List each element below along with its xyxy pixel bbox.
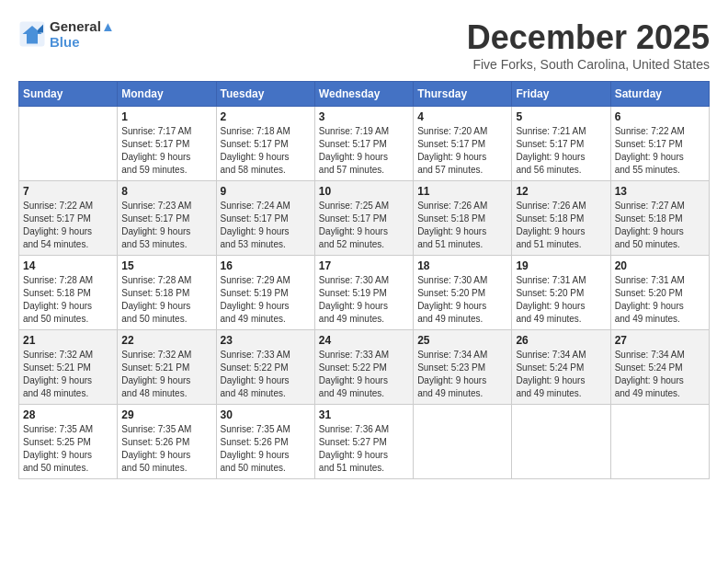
page-header: General▲ Blue December 2025 Five Forks, … [18,18,710,72]
weekday-header: Tuesday [216,82,314,107]
calendar-cell: 31Sunrise: 7:36 AM Sunset: 5:27 PM Dayli… [314,405,413,479]
calendar-cell: 8Sunrise: 7:23 AM Sunset: 5:17 PM Daylig… [118,181,216,256]
calendar-cell [414,405,512,479]
calendar-cell: 30Sunrise: 7:35 AM Sunset: 5:26 PM Dayli… [216,405,314,479]
day-info: Sunrise: 7:19 AM Sunset: 5:17 PM Dayligh… [319,125,409,177]
day-info: Sunrise: 7:21 AM Sunset: 5:17 PM Dayligh… [516,125,606,177]
day-number: 26 [516,334,606,347]
calendar-cell: 27Sunrise: 7:34 AM Sunset: 5:24 PM Dayli… [610,330,709,405]
calendar-cell: 23Sunrise: 7:33 AM Sunset: 5:22 PM Dayli… [216,330,314,405]
day-info: Sunrise: 7:32 AM Sunset: 5:21 PM Dayligh… [23,349,113,400]
day-info: Sunrise: 7:24 AM Sunset: 5:17 PM Dayligh… [221,200,311,251]
day-number: 29 [121,408,211,421]
day-info: Sunrise: 7:31 AM Sunset: 5:20 PM Dayligh… [516,274,606,326]
calendar-cell: 18Sunrise: 7:30 AM Sunset: 5:20 PM Dayli… [414,256,512,330]
calendar-cell: 21Sunrise: 7:32 AM Sunset: 5:21 PM Dayli… [19,330,118,405]
month-title: December 2025 [467,18,710,57]
day-info: Sunrise: 7:27 AM Sunset: 5:18 PM Dayligh… [615,200,705,251]
calendar-cell: 17Sunrise: 7:30 AM Sunset: 5:19 PM Dayli… [314,256,413,330]
calendar-cell: 25Sunrise: 7:34 AM Sunset: 5:23 PM Dayli… [414,330,512,405]
calendar-cell: 5Sunrise: 7:21 AM Sunset: 5:17 PM Daylig… [512,107,610,181]
day-number: 20 [615,259,705,272]
weekday-header: Sunday [19,82,118,107]
day-info: Sunrise: 7:29 AM Sunset: 5:19 PM Dayligh… [221,274,311,326]
calendar-cell: 9Sunrise: 7:24 AM Sunset: 5:17 PM Daylig… [216,181,314,256]
calendar-cell: 16Sunrise: 7:29 AM Sunset: 5:19 PM Dayli… [216,256,314,330]
day-number: 9 [221,185,311,198]
day-info: Sunrise: 7:17 AM Sunset: 5:17 PM Dayligh… [121,125,211,177]
day-info: Sunrise: 7:34 AM Sunset: 5:23 PM Dayligh… [417,349,507,400]
logo: General▲ Blue [18,18,115,50]
day-number: 31 [319,408,409,421]
calendar-cell: 3Sunrise: 7:19 AM Sunset: 5:17 PM Daylig… [314,107,413,181]
day-number: 15 [121,259,211,272]
day-number: 3 [319,110,409,123]
day-info: Sunrise: 7:35 AM Sunset: 5:26 PM Dayligh… [221,423,311,475]
day-number: 16 [221,259,311,272]
calendar-cell: 13Sunrise: 7:27 AM Sunset: 5:18 PM Dayli… [610,181,709,256]
day-number: 27 [615,334,705,347]
day-number: 22 [121,334,211,347]
calendar-cell: 29Sunrise: 7:35 AM Sunset: 5:26 PM Dayli… [118,405,216,479]
calendar-cell: 11Sunrise: 7:26 AM Sunset: 5:18 PM Dayli… [414,181,512,256]
day-number: 6 [615,110,705,123]
calendar-cell: 6Sunrise: 7:22 AM Sunset: 5:17 PM Daylig… [610,107,709,181]
day-number: 19 [516,259,606,272]
day-number: 12 [516,185,606,198]
calendar-cell: 22Sunrise: 7:32 AM Sunset: 5:21 PM Dayli… [118,330,216,405]
day-info: Sunrise: 7:25 AM Sunset: 5:17 PM Dayligh… [319,200,409,251]
logo-icon [18,20,46,48]
day-info: Sunrise: 7:31 AM Sunset: 5:20 PM Dayligh… [615,274,705,326]
calendar-cell: 1Sunrise: 7:17 AM Sunset: 5:17 PM Daylig… [118,107,216,181]
day-info: Sunrise: 7:26 AM Sunset: 5:18 PM Dayligh… [516,200,606,251]
day-info: Sunrise: 7:34 AM Sunset: 5:24 PM Dayligh… [615,349,705,400]
calendar-cell [19,107,118,181]
day-number: 7 [23,185,113,198]
calendar-cell: 20Sunrise: 7:31 AM Sunset: 5:20 PM Dayli… [610,256,709,330]
day-info: Sunrise: 7:26 AM Sunset: 5:18 PM Dayligh… [417,200,507,251]
day-number: 30 [221,408,311,421]
calendar-cell: 2Sunrise: 7:18 AM Sunset: 5:17 PM Daylig… [216,107,314,181]
day-info: Sunrise: 7:30 AM Sunset: 5:20 PM Dayligh… [417,274,507,326]
day-number: 18 [417,259,507,272]
calendar-cell [610,405,709,479]
day-number: 13 [615,185,705,198]
day-number: 8 [121,185,211,198]
day-number: 25 [417,334,507,347]
calendar-cell: 10Sunrise: 7:25 AM Sunset: 5:17 PM Dayli… [314,181,413,256]
weekday-header: Wednesday [314,82,413,107]
calendar-cell: 7Sunrise: 7:22 AM Sunset: 5:17 PM Daylig… [19,181,118,256]
calendar-table: SundayMondayTuesdayWednesdayThursdayFrid… [18,81,710,479]
day-info: Sunrise: 7:33 AM Sunset: 5:22 PM Dayligh… [221,349,311,400]
day-number: 5 [516,110,606,123]
day-number: 4 [417,110,507,123]
weekday-header: Saturday [610,82,709,107]
day-number: 11 [417,185,507,198]
day-info: Sunrise: 7:36 AM Sunset: 5:27 PM Dayligh… [319,423,409,475]
day-info: Sunrise: 7:22 AM Sunset: 5:17 PM Dayligh… [23,200,113,251]
day-number: 2 [221,110,311,123]
day-info: Sunrise: 7:34 AM Sunset: 5:24 PM Dayligh… [516,349,606,400]
day-number: 17 [319,259,409,272]
calendar-cell: 28Sunrise: 7:35 AM Sunset: 5:25 PM Dayli… [19,405,118,479]
day-info: Sunrise: 7:33 AM Sunset: 5:22 PM Dayligh… [319,349,409,400]
logo-text: General▲ Blue [50,18,115,50]
day-info: Sunrise: 7:32 AM Sunset: 5:21 PM Dayligh… [121,349,211,400]
day-info: Sunrise: 7:35 AM Sunset: 5:26 PM Dayligh… [121,423,211,475]
day-number: 23 [221,334,311,347]
calendar-cell: 24Sunrise: 7:33 AM Sunset: 5:22 PM Dayli… [314,330,413,405]
day-number: 1 [121,110,211,123]
day-number: 21 [23,334,113,347]
weekday-header: Thursday [414,82,512,107]
day-info: Sunrise: 7:18 AM Sunset: 5:17 PM Dayligh… [221,125,311,177]
title-block: December 2025 Five Forks, South Carolina… [467,18,710,72]
calendar-cell: 12Sunrise: 7:26 AM Sunset: 5:18 PM Dayli… [512,181,610,256]
weekday-header: Monday [118,82,216,107]
day-info: Sunrise: 7:30 AM Sunset: 5:19 PM Dayligh… [319,274,409,326]
day-info: Sunrise: 7:28 AM Sunset: 5:18 PM Dayligh… [23,274,113,326]
weekday-header: Friday [512,82,610,107]
location-subtitle: Five Forks, South Carolina, United State… [467,57,710,72]
day-number: 10 [319,185,409,198]
day-number: 14 [23,259,113,272]
day-number: 24 [319,334,409,347]
